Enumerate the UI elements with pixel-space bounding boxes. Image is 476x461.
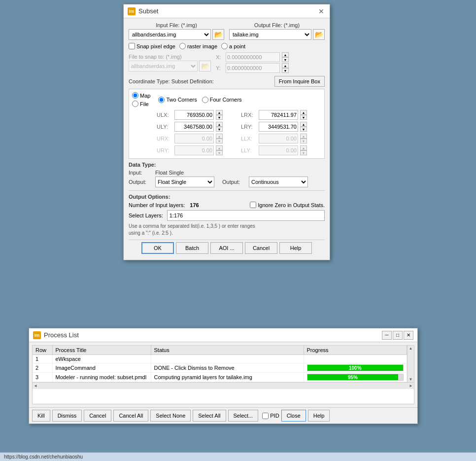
process-help-button[interactable]: Help [308, 410, 330, 422]
batch-button[interactable]: Batch [176, 242, 208, 254]
coord-type-label: Coordinate Type: Subset Definition: [129, 78, 214, 84]
process-table-header: Row Process Title Status Progress [33, 346, 407, 355]
col-process-header: Process Title [52, 346, 151, 355]
kill-button[interactable]: Kill [32, 410, 50, 422]
table-row: 1 eWkspace [33, 355, 407, 363]
raster-image-radio-label[interactable]: raster image [179, 43, 217, 49]
coord-top-row: Map File Two Corners Four Corners [132, 92, 321, 107]
a-point-radio[interactable] [221, 43, 228, 49]
process-table-inner: Row Process Title Status Progress 1 eWks… [33, 346, 407, 382]
two-corners-radio[interactable] [158, 97, 165, 103]
lrx-spin: ▲ ▼ [300, 110, 307, 120]
file-radio[interactable] [132, 101, 138, 107]
scroll-right-arrow[interactable]: ► [408, 384, 414, 388]
ok-button[interactable]: OK [141, 242, 174, 254]
uly-spin-up[interactable]: ▲ [216, 122, 223, 127]
coords-grid: ULX: ▲ ▼ LRX: ▲ ▼ [157, 110, 321, 155]
cancel-all-button[interactable]: Cancel All [113, 410, 148, 422]
dismiss-button[interactable]: Dismiss [52, 410, 82, 422]
input-file-folder-button[interactable]: 📂 [212, 29, 224, 40]
uly-spin-down[interactable]: ▼ [216, 127, 223, 132]
select-none-button[interactable]: Select None [150, 410, 191, 422]
lry-input[interactable] [259, 122, 298, 132]
process-scrollbar-v[interactable]: ▲ ▼ [407, 346, 414, 382]
scroll-up-arrow[interactable]: ▲ [409, 346, 413, 351]
lry-row: LRY: ▲ ▼ [241, 122, 321, 132]
status-url: https://blog.csdn.net/chehunbiaoshu [4, 454, 83, 460]
data-type-section-label: Data Type: [129, 162, 325, 168]
lrx-label: LRX: [241, 112, 257, 118]
output-file-select[interactable]: tailake.img [229, 29, 311, 40]
hint-line2: using a ":" (i.e. 2:5 ). [129, 230, 173, 236]
lry-spin-down[interactable]: ▼ [300, 127, 307, 132]
minimize-button[interactable]: ─ [382, 331, 392, 340]
maximize-button[interactable]: □ [393, 331, 403, 340]
row-1-process: eWkspace [52, 355, 151, 363]
input-folder-icon: 📂 [214, 31, 223, 38]
row-3-progress-bar: 95% [307, 374, 399, 380]
four-corners-radio[interactable] [202, 97, 208, 103]
select-button[interactable]: Select... [228, 410, 259, 422]
scroll-left-arrow[interactable]: ◄ [33, 384, 38, 388]
map-radio[interactable] [132, 92, 138, 99]
row-2-status: DONE - Click Dismiss to Remove [151, 363, 304, 373]
output-file-folder-button[interactable]: 📂 [313, 29, 325, 40]
four-corners-radio-label[interactable]: Four Corners [202, 97, 242, 103]
ulx-input[interactable] [174, 110, 214, 120]
llx-label: LLX: [241, 136, 257, 142]
scroll-down-arrow[interactable]: ▼ [409, 377, 413, 382]
output-file-group: Output File: (*.img) tailake.img 📂 [229, 22, 325, 40]
aoi-button[interactable]: AOI ... [210, 242, 243, 254]
lrx-row: LRX: ▲ ▼ [241, 110, 321, 120]
y-spin-up[interactable]: ▲ [282, 63, 289, 68]
subset-title: Subset [138, 7, 158, 15]
cancel-button[interactable]: Cancel [245, 242, 277, 254]
snap-folder-button[interactable]: 📂 [199, 61, 211, 71]
ignore-zero-text: Ignore Zero in Output Stats. [258, 202, 325, 208]
lrx-spin-up[interactable]: ▲ [300, 110, 307, 115]
uly-input[interactable] [174, 122, 214, 132]
map-radio-label[interactable]: Map [132, 92, 150, 99]
row-1-num: 1 [33, 355, 52, 363]
row-2-process: ImageCommand [52, 363, 151, 373]
output-dt-label: Output: [129, 179, 151, 185]
file-radio-label[interactable]: File [132, 101, 150, 107]
ignore-zero-label[interactable]: Ignore Zero in Output Stats. [250, 202, 325, 208]
y-spin-down[interactable]: ▼ [282, 68, 289, 73]
ury-spin-up: ▲ [216, 145, 223, 150]
output-type-label: Output: [222, 179, 245, 185]
a-point-radio-label[interactable]: a point [221, 43, 245, 49]
subset-close-button[interactable]: ✕ [317, 7, 326, 16]
x-spin-up[interactable]: ▲ [282, 52, 289, 57]
select-all-button[interactable]: Select All [193, 410, 226, 422]
x-spin-down[interactable]: ▼ [282, 57, 289, 62]
close-window-button[interactable]: ✕ [404, 331, 413, 340]
coord-xy-group: X: ▲ ▼ Y: ▲ ▼ [216, 52, 289, 73]
output-type-row: Output: Float Single Output: Continuous [129, 177, 325, 187]
raster-image-radio[interactable] [179, 43, 186, 49]
snap-checkbox-label[interactable]: Snap pixel edge [129, 43, 175, 49]
data-type-section: Data Type: Input: Float Single Output: F… [129, 162, 325, 187]
select-layers-input[interactable] [167, 210, 325, 221]
two-corners-radio-label[interactable]: Two Corners [158, 97, 197, 103]
output-type-select[interactable]: Continuous [249, 177, 308, 187]
process-table: Row Process Title Status Progress 1 eWks… [33, 346, 407, 382]
lry-spin-up[interactable]: ▲ [300, 122, 307, 127]
pid-checkbox[interactable] [262, 413, 269, 419]
urx-label: URX: [157, 136, 172, 142]
help-button[interactable]: Help [279, 242, 312, 254]
input-file-select[interactable]: allbandserdas.img [129, 29, 211, 40]
snap-file-select[interactable]: allbandserdas.img [129, 61, 198, 71]
from-inquire-button[interactable]: From Inquire Box [274, 76, 325, 87]
process-dialog: Im Process List ─ □ ✕ Row Process Title … [29, 328, 418, 424]
close-button[interactable]: Close [281, 410, 306, 422]
process-cancel-button[interactable]: Cancel [84, 410, 111, 422]
lrx-input[interactable] [259, 110, 298, 120]
lrx-spin-down[interactable]: ▼ [300, 115, 307, 120]
ulx-spin-down[interactable]: ▼ [216, 115, 223, 120]
ulx-spin-up[interactable]: ▲ [216, 110, 223, 115]
ignore-zero-checkbox[interactable] [250, 202, 256, 208]
output-dt-select[interactable]: Float Single [155, 177, 214, 187]
snap-checkbox[interactable] [129, 43, 135, 49]
process-scrollbar-h[interactable]: ◄ ► [33, 382, 414, 389]
